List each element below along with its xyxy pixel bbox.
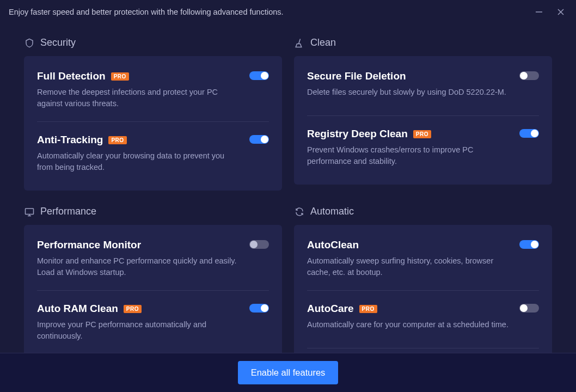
titlebar-actions xyxy=(532,5,567,19)
settings-scroll-area[interactable]: Security Full Detection PRO Remove the d… xyxy=(0,24,576,353)
setting-anti-tracking: Anti-Tracking PRO Automatically clear yo… xyxy=(37,132,269,185)
titlebar-text: Enjoy faster speed and better protection… xyxy=(9,8,284,16)
performance-title: Performance xyxy=(40,206,96,217)
security-title: Security xyxy=(40,37,76,48)
pro-badge: PRO xyxy=(124,305,142,313)
secure-file-deletion-toggle[interactable] xyxy=(519,71,539,80)
full-detection-title: Full Detection xyxy=(37,70,106,82)
performance-column: Performance Performance Monitor Monitor … xyxy=(24,200,282,353)
performance-card: Performance Monitor Monitor and enhance … xyxy=(24,225,282,353)
setting-secure-file-deletion: Secure File Deletion Delete files secure… xyxy=(307,68,539,116)
titlebar: Enjoy faster speed and better protection… xyxy=(0,0,576,24)
pro-badge: PRO xyxy=(413,130,431,138)
auto-ram-clean-toggle[interactable] xyxy=(249,304,269,313)
autocare-title: AutoCare xyxy=(307,303,354,315)
enable-all-button[interactable]: Enable all features xyxy=(238,361,339,384)
automatic-header: Automatic xyxy=(294,200,552,225)
pro-badge: PRO xyxy=(359,305,377,313)
performance-monitor-desc: Monitor and enhance PC performance quick… xyxy=(37,255,241,278)
secure-file-deletion-desc: Delete files securely but slowly by usin… xyxy=(307,87,511,98)
full-detection-desc: Remove the deepest infections and protec… xyxy=(37,87,241,109)
clean-title: Clean xyxy=(310,37,336,48)
anti-tracking-toggle[interactable] xyxy=(249,135,269,144)
setting-performance-monitor: Performance Monitor Monitor and enhance … xyxy=(37,237,269,291)
registry-deep-clean-title: Registry Deep Clean xyxy=(307,128,408,140)
shield-icon xyxy=(24,38,35,48)
broom-icon xyxy=(294,38,305,48)
autoclean-title: AutoClean xyxy=(307,239,359,251)
performance-header: Performance xyxy=(24,200,282,225)
refresh-icon xyxy=(294,206,305,217)
close-icon[interactable] xyxy=(554,5,567,19)
autoclean-toggle[interactable] xyxy=(519,240,539,249)
auto-ram-clean-title: Auto RAM Clean xyxy=(37,303,118,315)
setting-autocare: AutoCare PRO Automatically care for your… xyxy=(307,301,539,348)
registry-deep-clean-toggle[interactable] xyxy=(519,129,539,138)
clean-header: Clean xyxy=(294,32,552,56)
auto-ram-clean-desc: Improve your PC performance automaticall… xyxy=(37,319,241,342)
setting-autoclean: AutoClean Automatically sweep surfing hi… xyxy=(307,237,539,291)
monitor-icon xyxy=(24,206,35,217)
automatic-title: Automatic xyxy=(310,206,354,217)
minimize-icon[interactable] xyxy=(532,5,546,19)
security-column: Security Full Detection PRO Remove the d… xyxy=(24,32,282,191)
footer: Enable all features xyxy=(0,353,576,392)
anti-tracking-title: Anti-Tracking xyxy=(37,134,103,146)
security-header: Security xyxy=(24,32,282,56)
clean-column: Clean Secure File Deletion Delete files … xyxy=(294,32,552,191)
pro-badge: PRO xyxy=(108,136,126,144)
security-card: Full Detection PRO Remove the deepest in… xyxy=(24,56,282,191)
performance-monitor-title: Performance Monitor xyxy=(37,239,141,251)
setting-registry-deep-clean: Registry Deep Clean PRO Prevent Windows … xyxy=(307,126,539,179)
automatic-column: Automatic AutoClean Automatically sweep … xyxy=(294,200,552,353)
setting-auto-ram-clean: Auto RAM Clean PRO Improve your PC perfo… xyxy=(37,301,269,353)
full-detection-toggle[interactable] xyxy=(249,71,269,80)
svg-rect-3 xyxy=(26,209,34,215)
clean-card: Secure File Deletion Delete files secure… xyxy=(294,56,552,185)
registry-deep-clean-desc: Prevent Windows crashes/errors to improv… xyxy=(307,144,511,167)
pro-badge: PRO xyxy=(111,72,129,81)
autocare-toggle[interactable] xyxy=(519,304,539,313)
secure-file-deletion-title: Secure File Deletion xyxy=(307,70,406,82)
autoclean-desc: Automatically sweep surfing history, coo… xyxy=(307,255,511,278)
setting-full-detection: Full Detection PRO Remove the deepest in… xyxy=(37,68,269,122)
anti-tracking-desc: Automatically clear your browsing data t… xyxy=(37,150,241,173)
autocare-desc: Automatically care for your computer at … xyxy=(307,319,511,330)
performance-monitor-toggle[interactable] xyxy=(249,240,269,249)
automatic-card: AutoClean Automatically sweep surfing hi… xyxy=(294,225,552,353)
